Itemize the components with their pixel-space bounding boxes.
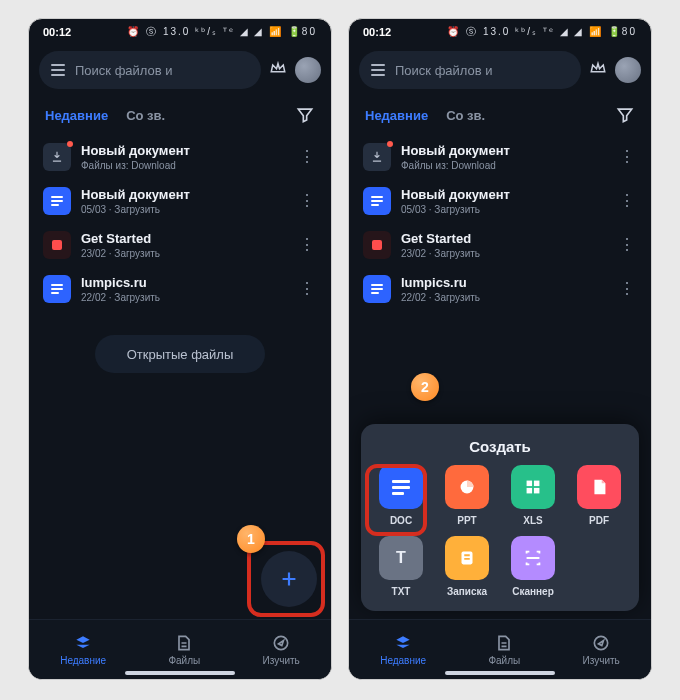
pdf-icon: [577, 465, 621, 509]
txt-icon: T: [379, 536, 423, 580]
file-doc-icon: [363, 275, 391, 303]
search-input[interactable]: Поиск файлов и: [39, 51, 261, 89]
file-download-icon: [43, 143, 71, 171]
list-item[interactable]: Get Started23/02 · Загрузить: [35, 223, 325, 267]
doc-icon: [379, 465, 423, 509]
phone-screenshot-right: 00:12 ⏰ ⓢ 13.0 ᵏᵇ/ₛ ᵀᵉ ◢ ◢ 📶 🔋80 Поиск ф…: [348, 18, 652, 680]
list-item[interactable]: Новый документ05/03 · Загрузить: [35, 179, 325, 223]
search-input[interactable]: Поиск файлов и: [359, 51, 581, 89]
list-item[interactable]: Новый документФайлы из: Download: [355, 135, 645, 179]
create-xls-button[interactable]: XLS: [503, 465, 563, 526]
create-txt-button[interactable]: T TXT: [371, 536, 431, 597]
avatar[interactable]: [295, 57, 321, 83]
file-doc-icon: [363, 187, 391, 215]
more-icon[interactable]: [617, 152, 637, 162]
ppt-icon: [445, 465, 489, 509]
callout-2: 2: [411, 373, 439, 401]
create-note-button[interactable]: Записка: [437, 536, 497, 597]
phone-screenshot-left: 00:12 ⏰ ⓢ 13.0 ᵏᵇ/ₛ ᵀᵉ ◢ ◢ 📶 🔋80 Поиск ф…: [28, 18, 332, 680]
nav-files[interactable]: Файлы: [488, 633, 520, 666]
status-time: 00:12: [363, 26, 391, 38]
list-item[interactable]: Get Started23/02 · Загрузить: [355, 223, 645, 267]
search-placeholder: Поиск файлов и: [395, 63, 493, 78]
nav-files[interactable]: Файлы: [168, 633, 200, 666]
open-files-button[interactable]: Открытые файлы: [95, 335, 265, 373]
status-time: 00:12: [43, 26, 71, 38]
file-getstarted-icon: [363, 231, 391, 259]
fab-add-button[interactable]: [261, 551, 317, 607]
create-scan-button[interactable]: Сканнер: [503, 536, 563, 597]
nav-explore[interactable]: Изучить: [583, 633, 620, 666]
file-list: Новый документФайлы из: Download Новый д…: [29, 133, 331, 313]
file-doc-icon: [43, 187, 71, 215]
bottom-nav: Недавние Файлы Изучить: [29, 619, 331, 679]
file-list: Новый документФайлы из: Download Новый д…: [349, 133, 651, 313]
file-download-icon: [363, 143, 391, 171]
bottom-nav: Недавние Файлы Изучить: [349, 619, 651, 679]
status-icons: ⏰ ⓢ 13.0 ᵏᵇ/ₛ ᵀᵉ ◢ ◢ 📶 🔋80: [447, 25, 637, 39]
more-icon[interactable]: [297, 196, 317, 206]
list-item[interactable]: Новый документФайлы из: Download: [35, 135, 325, 179]
search-placeholder: Поиск файлов и: [75, 63, 173, 78]
crown-icon[interactable]: [589, 59, 607, 81]
tab-recent[interactable]: Недавние: [45, 108, 108, 123]
svg-rect-3: [534, 481, 540, 487]
filter-icon[interactable]: [615, 105, 635, 125]
nav-recent[interactable]: Недавние: [380, 633, 426, 666]
create-panel: Создать DOC PPT XLS PDF: [361, 424, 639, 611]
status-bar: 00:12 ⏰ ⓢ 13.0 ᵏᵇ/ₛ ᵀᵉ ◢ ◢ 📶 🔋80: [349, 19, 651, 45]
home-indicator: [445, 671, 555, 675]
list-item[interactable]: lumpics.ru22/02 · Загрузить: [35, 267, 325, 311]
tab-starred[interactable]: Со зв.: [126, 108, 165, 123]
svg-rect-2: [527, 481, 533, 487]
tab-starred[interactable]: Со зв.: [446, 108, 485, 123]
home-indicator: [125, 671, 235, 675]
more-icon[interactable]: [617, 196, 637, 206]
list-item[interactable]: lumpics.ru22/02 · Загрузить: [355, 267, 645, 311]
menu-icon[interactable]: [371, 64, 385, 76]
create-doc-button[interactable]: DOC: [371, 465, 431, 526]
note-icon: [445, 536, 489, 580]
menu-icon[interactable]: [51, 64, 65, 76]
filter-icon[interactable]: [295, 105, 315, 125]
file-doc-icon: [43, 275, 71, 303]
list-item[interactable]: Новый документ05/03 · Загрузить: [355, 179, 645, 223]
crown-icon[interactable]: [269, 59, 287, 81]
more-icon[interactable]: [617, 240, 637, 250]
nav-explore[interactable]: Изучить: [263, 633, 300, 666]
file-getstarted-icon: [43, 231, 71, 259]
xls-icon: [511, 465, 555, 509]
create-panel-title: Создать: [371, 438, 629, 455]
scan-icon: [511, 536, 555, 580]
svg-rect-4: [527, 488, 533, 494]
more-icon[interactable]: [297, 240, 317, 250]
more-icon[interactable]: [297, 284, 317, 294]
svg-rect-5: [534, 488, 540, 494]
status-icons: ⏰ ⓢ 13.0 ᵏᵇ/ₛ ᵀᵉ ◢ ◢ 📶 🔋80: [127, 25, 317, 39]
more-icon[interactable]: [297, 152, 317, 162]
create-ppt-button[interactable]: PPT: [437, 465, 497, 526]
tab-recent[interactable]: Недавние: [365, 108, 428, 123]
avatar[interactable]: [615, 57, 641, 83]
more-icon[interactable]: [617, 284, 637, 294]
nav-recent[interactable]: Недавние: [60, 633, 106, 666]
status-bar: 00:12 ⏰ ⓢ 13.0 ᵏᵇ/ₛ ᵀᵉ ◢ ◢ 📶 🔋80: [29, 19, 331, 45]
create-pdf-button[interactable]: PDF: [569, 465, 629, 526]
callout-1: 1: [237, 525, 265, 553]
